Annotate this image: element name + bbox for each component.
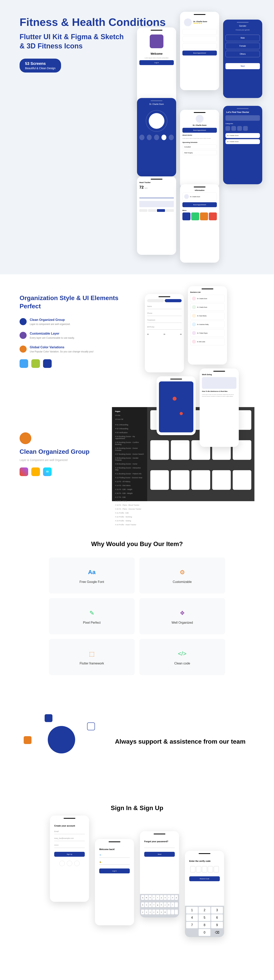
keyboard[interactable]: qwertyuiop asdfghjkl zxcvbnm — [140, 894, 179, 918]
next-button[interactable]: Next — [225, 63, 260, 69]
layer-item[interactable]: # 24 Profile - Heart Tracker — [112, 523, 147, 527]
platform-icons — [20, 359, 129, 368]
font-icon: Aa — [87, 567, 97, 577]
code-icon: </> — [177, 649, 187, 659]
numpad[interactable]: 123 456 789 0⌫ — [185, 906, 224, 937]
volume-icon[interactable] — [147, 135, 152, 140]
flutter-icon — [20, 359, 28, 368]
signup-button[interactable]: Sign Up — [54, 852, 85, 857]
doctor-list-item[interactable]: Dr. Tristan Reyes — [190, 329, 225, 337]
layer-item[interactable]: # 02 Onboarding — [112, 427, 147, 431]
category-icon[interactable] — [225, 126, 230, 131]
email-field[interactable] — [144, 845, 175, 848]
layer-item[interactable]: # 19 Fit - Plans - Blood Tracker — [112, 503, 147, 507]
password-field[interactable]: 🔒 — [99, 859, 130, 865]
phone-call: Dr. Charlie Dunn — [137, 98, 176, 177]
why-card-flutter: ⬚ Flutter framework — [49, 639, 135, 675]
layer-item[interactable]: # 03 Verification — [112, 431, 147, 434]
password-field[interactable]: mary_lau@example.com — [54, 836, 85, 841]
layer-item[interactable]: # 04 Booking Doctor - My Appointment — [112, 434, 147, 441]
phone-verify-code: Enter the verify code Resend Code 123 45… — [185, 851, 224, 937]
hero-phones-grid: Welcome Lorem ipsum dolor sit amet conse… — [137, 12, 262, 262]
hero-subtitle: Flutter UI Kit & Figma & Sketch & 3D Fit… — [20, 32, 127, 51]
map-view[interactable] — [159, 382, 193, 433]
editor-layers-panel: Pages UI Kits UI Icon 3d # 01 Onboarding… — [112, 407, 147, 501]
layer-item[interactable]: # 11 Booking Doctor - Patient Info — [112, 472, 147, 476]
doctor-list-item[interactable]: Dr. Charlie Dunn — [190, 304, 225, 311]
welcome-label: Welcome — [139, 52, 174, 55]
email-field[interactable]: Email — [54, 829, 85, 834]
menu-item[interactable] — [191, 212, 199, 220]
book-appointment-button[interactable]: Book Appointment — [182, 51, 217, 56]
confirm-field[interactable]: ••••••• — [54, 843, 85, 848]
layer-item[interactable]: # 21 Profile - Edit — [112, 511, 147, 515]
phone-doctors-list: Doctors List Dr. Charlie Dunn Dr. Charli… — [188, 286, 227, 364]
send-button[interactable]: Send — [144, 852, 175, 857]
doctor-list-item[interactable]: Dr. Nola Weeks — [190, 312, 225, 320]
signin-title: Sign In & Sign Up — [20, 804, 255, 811]
verify-code-input[interactable] — [189, 866, 220, 872]
menu-item[interactable] — [200, 212, 208, 220]
mute-icon[interactable] — [139, 135, 144, 140]
layer-item[interactable]: # 13 Fit - All History — [112, 480, 147, 484]
phone-settings-list: Name Phone Treatment BP/Pulse 020304 — [145, 294, 184, 372]
doctor-list-item[interactable]: Dr. Gretchen Reilly — [190, 321, 225, 328]
category-icon[interactable] — [243, 126, 248, 131]
resend-button[interactable]: Resend Code — [189, 876, 220, 881]
layer-item[interactable]: # 23 Profile - Setting — [112, 519, 147, 523]
layer-item[interactable]: # 22 Profile - Working — [112, 515, 147, 519]
phone-welcome-back: Welcome back! 📧 🔒 Log in — [95, 839, 134, 925]
phone-doctor-info: Dr. Charlie Dunn ⭐⭐⭐⭐⭐ Book Appointment — [180, 12, 219, 90]
gender-male-option[interactable]: Male — [225, 35, 260, 41]
gender-others-option[interactable]: Others — [225, 51, 260, 57]
why-card-font: Aa Free Google Font — [49, 557, 135, 593]
facebook-icon[interactable] — [67, 861, 72, 866]
layers-icon: ❖ — [177, 608, 187, 618]
menu-item[interactable] — [182, 212, 190, 220]
endcall-icon[interactable] — [162, 135, 166, 140]
layer-item[interactable]: # 20 Fit - Plans - Glucose Tracker — [112, 507, 147, 511]
why-card-organized: ❖ Well Organized — [139, 598, 225, 634]
layer-item[interactable]: # 09 Booking Doctor - Home — [112, 462, 147, 466]
email-field[interactable]: 📧 — [99, 853, 130, 858]
phone-create-account: Create your account Email mary_lau@examp… — [50, 816, 89, 902]
layer-item[interactable]: # 18 Fit - Home — [112, 499, 147, 503]
more-icon[interactable] — [169, 135, 174, 140]
feature-clean-organized: Clean Organized Group Layer & component … — [20, 318, 129, 326]
gender-female-option[interactable]: Female — [225, 43, 260, 49]
login-button[interactable]: Log in — [139, 60, 174, 65]
layer-item[interactable]: # 14 Fit - Diet Menu — [112, 484, 147, 487]
category-icon[interactable] — [237, 126, 242, 131]
layer-item[interactable]: # 15 Fit - Edit - Height — [112, 487, 147, 492]
layer-item[interactable]: # 07 Booking Doctor - Doctor Search — [112, 452, 147, 456]
layer-item[interactable]: # 17 Fit - Edit — [112, 495, 147, 499]
layer-item[interactable]: # 05 Booking Doctor - Confirm Booking — [112, 441, 147, 446]
layer-item[interactable]: # 06 Booking Doctor - Doctor Preview — [112, 446, 147, 452]
devices-icon: ⬚ — [87, 649, 97, 659]
login-button[interactable]: Log in — [99, 869, 130, 873]
menu-item[interactable] — [209, 212, 217, 220]
support-illustration — [20, 714, 103, 769]
phone-gender: Gender Choose your gender Male Female Ot… — [223, 20, 262, 98]
call-controls — [139, 135, 174, 140]
category-icon[interactable] — [231, 126, 236, 131]
layer-item[interactable]: # 10 Booking Doctor - Interactive Map — [112, 466, 147, 472]
android-icon — [31, 359, 40, 368]
heart-chart — [139, 191, 174, 207]
layer-item[interactable]: # 16 Fit - Edit - Weight — [112, 492, 147, 495]
apple-icon[interactable] — [74, 861, 80, 866]
apple-icon — [43, 359, 52, 368]
doctor-list-item[interactable]: Dr. Charlie Dunn — [190, 295, 225, 302]
layer-item[interactable]: # 12 Finding Doctor - Doctors Near — [112, 476, 147, 480]
video-icon[interactable] — [154, 135, 159, 140]
shield-icon — [44, 714, 52, 722]
google-icon[interactable] — [59, 861, 65, 866]
doctor-list-item[interactable]: Dr. Brit Lewis — [190, 338, 225, 345]
feature-icon — [20, 345, 27, 353]
clock-icon — [87, 722, 95, 730]
hero-section: Fitness & Health Conditions Flutter UI K… — [0, 0, 274, 274]
layer-item[interactable]: # 08 Booking Doctor - Gender Purpose — [112, 456, 147, 462]
layer-item[interactable]: # 01 Onboarding — [112, 423, 147, 427]
sketch-icon — [31, 468, 40, 476]
search-input[interactable] — [225, 115, 260, 121]
